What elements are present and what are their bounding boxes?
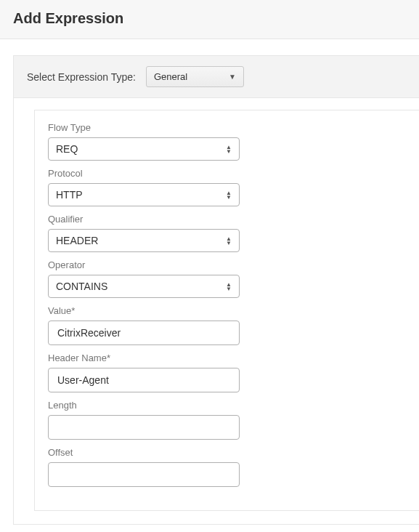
offset-input-wrap	[48, 462, 240, 487]
value-input-wrap	[48, 321, 240, 345]
chevron-down-icon: ▼	[229, 73, 236, 81]
expression-type-row: Select Expression Type: General ▼	[14, 56, 419, 98]
operator-label: Operator	[48, 259, 419, 270]
fields-panel: Flow Type REQ ▲▼ Protocol HTTP ▲▼ Qualif…	[34, 110, 419, 511]
length-field: Length	[48, 400, 419, 440]
protocol-select[interactable]: HTTP ▲▼	[48, 183, 240, 206]
length-input-wrap	[48, 415, 240, 440]
operator-select[interactable]: CONTAINS ▲▼	[48, 275, 240, 298]
sort-icon: ▲▼	[226, 145, 232, 153]
length-input[interactable]	[56, 421, 232, 434]
page-title: Add Expression	[13, 10, 406, 27]
flow-type-select[interactable]: REQ ▲▼	[48, 137, 240, 161]
flow-type-field: Flow Type REQ ▲▼	[48, 122, 419, 161]
header-name-field: Header Name*	[48, 352, 419, 392]
qualifier-value: HEADER	[56, 235, 98, 246]
qualifier-field: Qualifier HEADER ▲▼	[48, 214, 419, 252]
protocol-label: Protocol	[48, 168, 419, 179]
offset-label: Offset	[48, 447, 419, 458]
header-name-input[interactable]	[56, 374, 232, 387]
value-field: Value*	[48, 305, 419, 345]
expression-type-value: General	[154, 71, 187, 82]
protocol-field: Protocol HTTP ▲▼	[48, 168, 419, 206]
title-bar: Add Expression	[0, 0, 419, 39]
qualifier-label: Qualifier	[48, 214, 419, 225]
operator-value: CONTAINS	[56, 281, 107, 292]
flow-type-label: Flow Type	[48, 122, 419, 133]
offset-input[interactable]	[56, 468, 232, 481]
operator-field: Operator CONTAINS ▲▼	[48, 259, 419, 298]
value-input[interactable]	[56, 326, 232, 339]
value-label: Value*	[48, 305, 419, 316]
header-name-label: Header Name*	[48, 352, 419, 363]
qualifier-select[interactable]: HEADER ▲▼	[48, 229, 240, 252]
protocol-value: HTTP	[56, 189, 83, 201]
sort-icon: ▲▼	[226, 191, 232, 199]
expression-panel: Select Expression Type: General ▼ Flow T…	[13, 55, 419, 525]
sort-icon: ▲▼	[226, 283, 232, 291]
expression-type-label: Select Expression Type:	[27, 71, 136, 83]
expression-type-select[interactable]: General ▼	[146, 66, 244, 87]
flow-type-value: REQ	[56, 143, 78, 155]
offset-field: Offset	[48, 447, 419, 487]
sort-icon: ▲▼	[226, 237, 232, 245]
length-label: Length	[48, 400, 419, 411]
header-name-input-wrap	[48, 368, 240, 392]
